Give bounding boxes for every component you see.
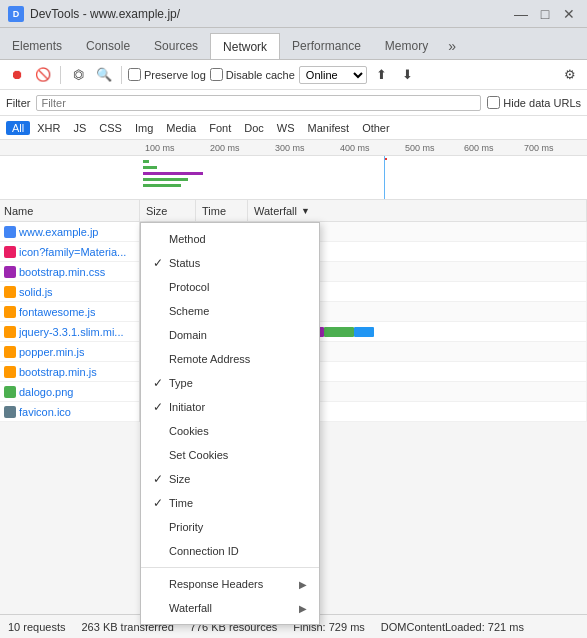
tick-400ms: 400 ms [340, 143, 370, 153]
status-dom-content: DOMContentLoaded: 721 ms [381, 621, 524, 633]
import-button[interactable]: ⬆ [371, 64, 393, 86]
file-row[interactable]: solid.js [0, 282, 139, 302]
type-media[interactable]: Media [160, 121, 202, 135]
type-manifest[interactable]: Manifest [302, 121, 356, 135]
menu-item-cookies[interactable]: Cookies [141, 419, 319, 443]
menu-item-method[interactable]: Method [141, 227, 319, 251]
type-all[interactable]: All [6, 121, 30, 135]
toolbar-separator-1 [60, 66, 61, 84]
tl-dcl-line [384, 156, 385, 200]
menu-item-waterfall[interactable]: Waterfall ▶ [141, 596, 319, 620]
minimize-button[interactable]: — [511, 6, 531, 22]
menu-item-connection-id[interactable]: Connection ID [141, 539, 319, 563]
menu-item-response-headers[interactable]: Response Headers ▶ [141, 572, 319, 596]
type-other[interactable]: Other [356, 121, 396, 135]
waterfall-bar-extra [354, 327, 374, 337]
time-col-header[interactable]: Time [196, 200, 248, 221]
menu-item-type[interactable]: ✓ Type [141, 371, 319, 395]
tick-100ms: 100 ms [145, 143, 175, 153]
tab-performance[interactable]: Performance [280, 33, 373, 59]
search-button[interactable]: 🔍 [93, 64, 115, 86]
menu-item-initiator[interactable]: ✓ Initiator [141, 395, 319, 419]
file-icon-js [4, 366, 16, 378]
tick-700ms: 700 ms [524, 143, 554, 153]
main-content: Name www.example.jp icon?family=Materia.… [0, 200, 587, 422]
throttle-select[interactable]: Online Fast 3G Slow 3G Offline [299, 66, 367, 84]
sort-arrow-icon: ▼ [301, 206, 310, 216]
window-controls: — □ ✕ [511, 6, 579, 22]
network-toolbar: ⏺ 🚫 ⏣ 🔍 Preserve log Disable cache Onlin… [0, 60, 587, 90]
type-font[interactable]: Font [203, 121, 237, 135]
file-icon-html [4, 226, 16, 238]
type-css[interactable]: CSS [93, 121, 128, 135]
tl-bar-2 [143, 166, 157, 169]
type-xhr[interactable]: XHR [31, 121, 66, 135]
name-column-header[interactable]: Name [0, 200, 139, 222]
titlebar-title: DevTools - www.example.jp/ [30, 7, 505, 21]
waterfall-col-header[interactable]: Waterfall ▼ [248, 200, 587, 221]
type-ws[interactable]: WS [271, 121, 301, 135]
close-button[interactable]: ✕ [559, 6, 579, 22]
tab-sources[interactable]: Sources [142, 33, 210, 59]
timeline-ruler: 100 ms 200 ms 300 ms 400 ms 500 ms 600 m… [0, 140, 587, 156]
menu-item-scheme[interactable]: Scheme [141, 299, 319, 323]
export-button[interactable]: ⬇ [397, 64, 419, 86]
tl-bar-3 [143, 172, 203, 175]
timeline-area: 100 ms 200 ms 300 ms 400 ms 500 ms 600 m… [0, 140, 587, 200]
settings-button[interactable]: ⚙ [559, 64, 581, 86]
tl-bar-4 [143, 178, 188, 181]
column-headers: Size Time Waterfall ▼ [140, 200, 587, 222]
filter-label: Filter [6, 97, 30, 109]
maximize-button[interactable]: □ [535, 6, 555, 22]
file-icon-ico [4, 406, 16, 418]
menu-item-size[interactable]: ✓ Size [141, 467, 319, 491]
size-col-header[interactable]: Size [140, 200, 196, 221]
file-icon-js [4, 346, 16, 358]
type-img[interactable]: Img [129, 121, 159, 135]
file-row[interactable]: bootstrap.min.css [0, 262, 139, 282]
tick-200ms: 200 ms [210, 143, 240, 153]
file-row[interactable]: dalogo.png [0, 382, 139, 402]
status-requests: 10 requests [8, 621, 65, 633]
tab-elements[interactable]: Elements [0, 33, 74, 59]
menu-item-set-cookies[interactable]: Set Cookies [141, 443, 319, 467]
record-button[interactable]: ⏺ [6, 64, 28, 86]
file-row[interactable]: popper.min.js [0, 342, 139, 362]
file-icon-img [4, 386, 16, 398]
menu-item-time[interactable]: ✓ Time [141, 491, 319, 515]
type-js[interactable]: JS [67, 121, 92, 135]
menu-item-domain[interactable]: Domain [141, 323, 319, 347]
more-tabs-button[interactable]: » [440, 33, 464, 59]
tl-bar-1 [143, 160, 149, 163]
menu-item-remote-address[interactable]: Remote Address [141, 347, 319, 371]
file-icon-css [4, 266, 16, 278]
tick-500ms: 500 ms [405, 143, 435, 153]
tab-network[interactable]: Network [210, 33, 280, 59]
file-row[interactable]: www.example.jp [0, 222, 139, 242]
tl-bar-5 [143, 184, 181, 187]
submenu-arrow-icon: ▶ [299, 579, 307, 590]
preserve-log-checkbox[interactable]: Preserve log [128, 68, 206, 81]
tab-memory[interactable]: Memory [373, 33, 440, 59]
clear-button[interactable]: 🚫 [32, 64, 54, 86]
tab-console[interactable]: Console [74, 33, 142, 59]
titlebar: D DevTools - www.example.jp/ — □ ✕ [0, 0, 587, 28]
filter-button[interactable]: ⏣ [67, 64, 89, 86]
type-doc[interactable]: Doc [238, 121, 270, 135]
file-row[interactable]: bootstrap.min.js [0, 362, 139, 382]
menu-item-status[interactable]: ✓ Status [141, 251, 319, 275]
filelist: Name www.example.jp icon?family=Materia.… [0, 200, 140, 422]
file-row[interactable]: fontawesome.js [0, 302, 139, 322]
hide-data-urls-checkbox[interactable]: Hide data URLs [487, 96, 581, 109]
tabbar: Elements Console Sources Network Perform… [0, 28, 587, 60]
file-row[interactable]: jquery-3.3.1.slim.mi... [0, 322, 139, 342]
devtools-icon: D [8, 6, 24, 22]
timeline-bars [0, 156, 587, 200]
tl-marker [385, 158, 387, 160]
menu-item-priority[interactable]: Priority [141, 515, 319, 539]
menu-item-protocol[interactable]: Protocol [141, 275, 319, 299]
file-row[interactable]: favicon.ico [0, 402, 139, 422]
file-row[interactable]: icon?family=Materia... [0, 242, 139, 262]
disable-cache-checkbox[interactable]: Disable cache [210, 68, 295, 81]
filter-input[interactable] [36, 95, 481, 111]
